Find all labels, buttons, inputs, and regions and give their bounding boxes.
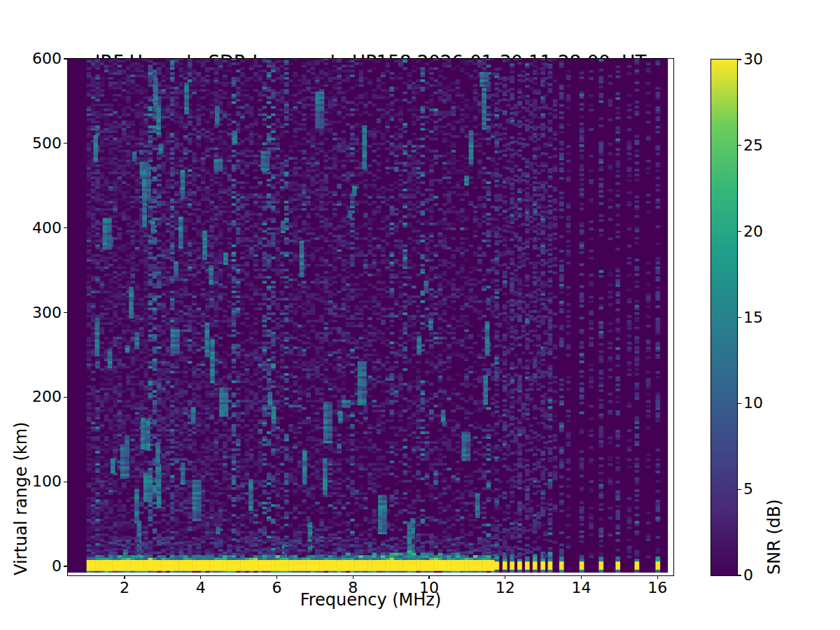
colorbar-label: SNR (dB) — [764, 59, 784, 575]
y-tick — [64, 58, 67, 59]
colorbar-tick — [738, 575, 741, 575]
colorbar — [710, 59, 738, 576]
colorbar-gradient — [711, 59, 737, 575]
y-tick — [64, 312, 67, 313]
y-tick — [64, 566, 67, 566]
colorbar-tick — [738, 231, 741, 232]
y-axis-label: Virtual range (km) — [11, 59, 31, 575]
colorbar-tick — [738, 403, 741, 404]
x-axis-label: Frequency (MHz) — [68, 590, 673, 610]
colorbar-tick — [738, 317, 741, 318]
colorbar-tick — [738, 145, 741, 146]
y-tick — [64, 143, 67, 144]
ionogram-figure: IRF Uppsala SDR Ionosonde UP158 2026-01-… — [0, 0, 840, 630]
y-tick — [64, 482, 67, 482]
y-tick — [64, 397, 67, 398]
colorbar-tick — [738, 489, 741, 490]
y-tick — [64, 227, 67, 228]
ionogram-heatmap — [68, 59, 673, 575]
colorbar-tick — [738, 59, 741, 59]
